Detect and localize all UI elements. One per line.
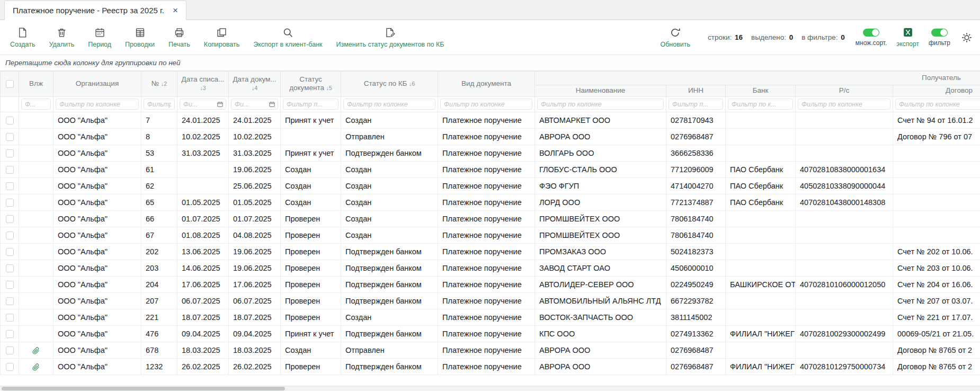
multi-sort-toggle[interactable]: множ.сорт. [856, 29, 887, 47]
table-row[interactable]: ООО "Альфа"6601.07.202501.07.2025Провере… [1, 210, 980, 227]
cell-check [1, 260, 19, 276]
print-button[interactable]: Печать [162, 25, 197, 50]
tab-payment-register[interactable]: Платежное поручение - Реестр за 2025 г. … [4, 1, 186, 20]
col-header-name[interactable]: Наименование [535, 85, 666, 97]
filter-input-inn[interactable] [669, 99, 723, 110]
cell-contract: Счет № 221 от 17.07. [893, 309, 980, 325]
export-excel-button[interactable]: экспорт [896, 27, 919, 48]
col-header-attach[interactable]: Влж [19, 72, 54, 97]
row-checkbox[interactable] [6, 199, 14, 207]
select-all-checkbox[interactable] [6, 80, 14, 88]
calendar-icon[interactable] [269, 101, 275, 108]
cell-status_kb: Создан [341, 177, 438, 194]
table-row[interactable]: ООО "Альфа"47609.04.202509.04.2025Принят… [1, 325, 980, 342]
table-row[interactable]: ООО "Альфа"6119.06.2025СозданСозданПлате… [1, 161, 980, 177]
cell-bank: ПАО Сбербанк [726, 194, 796, 210]
cell-num: 61 [141, 161, 177, 177]
row-checkbox[interactable] [6, 166, 14, 174]
cell-check [1, 358, 19, 375]
table-row[interactable]: ООО "Альфа"20706.07.202506.07.2025Провер… [1, 292, 980, 309]
col-header-status_kb[interactable]: Статус по КБ ↓6 [341, 72, 438, 97]
col-header-org[interactable]: Организация [54, 72, 141, 97]
table-row[interactable]: ООО "Альфа"20213.06.202519.06.2025Провер… [1, 243, 980, 260]
export-client-bank-button[interactable]: Экспорт в клиент-банк [246, 25, 329, 50]
filter-input-bank[interactable] [728, 99, 793, 110]
cell-bank [726, 210, 796, 227]
col-header-num[interactable]: № ↓2 [141, 72, 177, 97]
cell-date_writeoff: 17.06.2025 [177, 276, 229, 292]
filter-input-status_kb[interactable] [343, 99, 435, 110]
filter-input-attach[interactable] [21, 99, 51, 110]
cell-name: ВОСТОК-ЗАПЧАСТЬ ООО [535, 309, 666, 325]
col-header-bank[interactable]: Банк [726, 85, 796, 97]
table-row[interactable]: ООО "Альфа"724.01.202524.01.2025Принят к… [1, 112, 980, 128]
filter-row [1, 96, 980, 112]
rows-counter: строки: 16 [708, 33, 743, 41]
filter-input-contract[interactable] [895, 99, 980, 110]
filter-input-account[interactable] [798, 99, 890, 110]
row-checkbox[interactable] [6, 314, 14, 322]
cell-date_writeoff: 13.06.2025 [177, 243, 229, 260]
row-checkbox[interactable] [6, 297, 14, 305]
table-row[interactable]: ООО "Альфа"6225.06.2025СозданСозданПлате… [1, 177, 980, 194]
gear-icon[interactable] [961, 32, 973, 43]
table-viewport: ВлжОрганизация№ ↓2Дата списа... ↓3Дата д… [0, 71, 980, 386]
grouping-panel[interactable]: Перетащите сюда колонку для группировки … [0, 55, 980, 71]
row-checkbox[interactable] [6, 149, 14, 157]
col-header-status_doc[interactable]: Статус документа ↓5 [281, 72, 341, 97]
table-row[interactable]: ООО "Альфа"123226.02.202526.02.2025Прове… [1, 358, 980, 375]
period-button[interactable]: Период [81, 25, 118, 50]
refresh-button[interactable]: Обновить [653, 25, 697, 50]
table-row[interactable]: ООО "Альфа"20314.06.202519.06.2025Провер… [1, 260, 980, 276]
table-row[interactable]: ООО "Альфа"20417.06.202517.06.2025Провер… [1, 276, 980, 292]
copy-button[interactable]: Копировать [197, 25, 246, 50]
row-checkbox[interactable] [6, 215, 14, 223]
horizontal-scrollbar[interactable] [0, 386, 980, 391]
cell-name: АВТОЛИДЕР-СЕВЕР ООО [535, 276, 666, 292]
table-row[interactable]: ООО "Альфа"6501.05.202501.05.2025СозданС… [1, 194, 980, 210]
table-row[interactable]: ООО "Альфа"5331.03.202531.03.2025Принят … [1, 145, 980, 161]
filter-input-org[interactable] [56, 99, 139, 110]
filter-input-num[interactable] [144, 99, 175, 110]
calendar-icon[interactable] [217, 101, 224, 108]
row-checkbox[interactable] [6, 182, 14, 190]
col-header-contract[interactable]: Договор [893, 85, 980, 97]
table-row[interactable]: ООО "Альфа"810.02.202510.02.2025Отправле… [1, 128, 980, 145]
cell-inn: 0276968487 [666, 358, 726, 375]
table-row[interactable]: ООО "Альфа"22118.07.202518.07.2025Провер… [1, 309, 980, 325]
col-header-check[interactable] [1, 72, 19, 97]
row-checkbox[interactable] [6, 232, 14, 239]
row-checkbox[interactable] [6, 264, 14, 272]
tab-close-icon[interactable]: × [172, 5, 179, 16]
row-checkbox[interactable] [6, 363, 14, 371]
row-checkbox[interactable] [6, 133, 14, 141]
multi-sort-toggle-switch[interactable] [863, 29, 879, 37]
row-checkbox[interactable] [6, 248, 14, 256]
postings-button[interactable]: Проводки [118, 25, 162, 50]
filter-toggle[interactable]: фильтр [929, 29, 950, 47]
filter-toggle-switch[interactable] [931, 29, 948, 37]
col-header-inn[interactable]: ИНН [666, 85, 726, 97]
table-row[interactable]: ООО "Альфа"6701.08.202504.08.2025Провере… [1, 227, 980, 243]
table-row[interactable]: ООО "Альфа"67818.03.202518.03.2025Создан… [1, 342, 980, 358]
filter-cell-date_doc [229, 96, 281, 112]
filter-input-status_doc[interactable] [283, 99, 338, 110]
create-button[interactable]: Создать [3, 25, 42, 50]
selected-counter: выделено: 0 [751, 33, 793, 41]
delete-button[interactable]: Удалить [42, 25, 82, 50]
row-checkbox[interactable] [6, 281, 14, 289]
row-checkbox[interactable] [6, 330, 14, 338]
row-checkbox[interactable] [6, 346, 14, 354]
col-header-date_doc[interactable]: Дата докум... ↓4 [229, 72, 281, 97]
col-header-date_writeoff[interactable]: Дата списа... ↓3 [177, 72, 229, 97]
col-header-account[interactable]: Р/с [796, 85, 893, 97]
change-kb-status-button[interactable]: Изменить статус документов по КБ [329, 25, 451, 50]
scrollbar-thumb[interactable] [2, 387, 285, 390]
filter-input-doc_type[interactable] [440, 99, 532, 110]
cell-name: ЛОРД ООО [535, 194, 666, 210]
cell-inn: 4714004270 [666, 177, 726, 194]
cell-attach [19, 177, 54, 194]
row-checkbox[interactable] [6, 117, 14, 125]
filter-input-name[interactable] [537, 99, 664, 110]
col-header-doc_type[interactable]: Вид документа [438, 72, 535, 97]
